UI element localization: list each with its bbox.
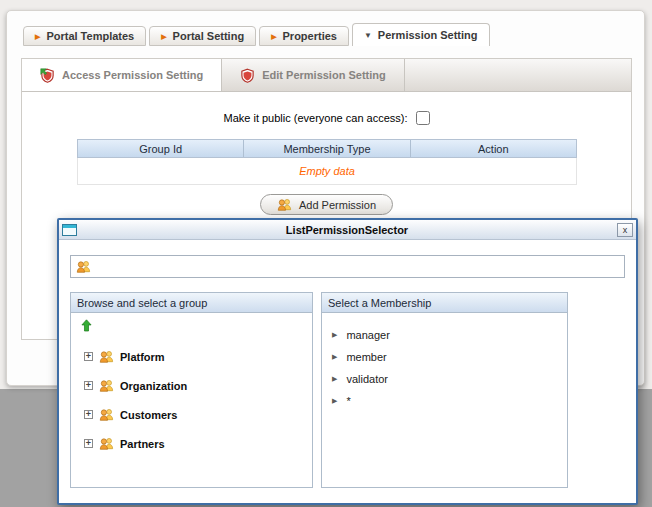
arrow-right-icon: ▶ [161,33,166,40]
permission-table: Group Id Membership Type Action Empty da… [77,139,577,185]
arrow-right-icon: ▶ [271,33,276,40]
group-icon [99,379,114,392]
expand-icon[interactable]: + [84,381,93,390]
membership-item-validator[interactable]: ▶ validator [332,372,567,385]
membership-item-member[interactable]: ▶ member [332,350,567,363]
permission-table-header: Group Id Membership Type Action [77,139,577,158]
expand-glyph: + [86,353,91,360]
group-icon [76,260,91,273]
selector-panels: Browse and select a group + Platform + O… [70,292,625,488]
tab-properties[interactable]: ▶ Properties [259,26,349,46]
column-header-membership-type: Membership Type [244,140,410,157]
group-search-box [70,255,625,278]
empty-data-row: Empty data [77,158,577,185]
membership-item-label: manager [346,329,389,341]
shield-arrow-icon [40,68,55,83]
membership-item-label: validator [346,373,388,385]
tab-bar: ▶ Portal Templates ▶ Portal Setting ▶ Pr… [23,23,490,46]
chevron-down-icon: ▼ [364,32,372,39]
close-button[interactable]: x [617,223,633,237]
subtab-edit-permission-setting[interactable]: Edit Permission Setting [222,59,404,91]
tab-label: Properties [283,30,337,42]
tab-portal-templates[interactable]: ▶ Portal Templates [23,26,146,46]
tab-portal-setting[interactable]: ▶ Portal Setting [149,26,256,46]
tree-item-platform[interactable]: + Platform [84,349,312,364]
membership-item-label: * [346,395,350,407]
expand-glyph: + [86,382,91,389]
expand-icon[interactable]: + [84,410,93,419]
membership-panel: Select a Membership ▶ manager ▶ member ▶… [321,292,568,488]
add-permission-button[interactable]: Add Permission [260,194,393,215]
tree-item-partners[interactable]: + Partners [84,436,312,451]
arrow-right-icon: ▶ [332,375,337,382]
expand-icon[interactable]: + [84,352,93,361]
public-access-label: Make it public (everyone can access): [223,112,407,124]
public-access-checkbox[interactable] [416,111,430,125]
tree-item-customers[interactable]: + Customers [84,407,312,422]
subtab-label: Access Permission Setting [62,69,203,81]
group-icon [277,198,292,211]
expand-icon[interactable]: + [84,439,93,448]
group-icon [99,350,114,363]
tab-label: Portal Templates [46,30,134,42]
dialog-title: ListPermissionSelector [77,224,617,236]
subtab-label: Edit Permission Setting [262,69,385,81]
arrow-right-icon: ▶ [332,353,337,360]
permission-subtab-bar: Access Permission Setting Edit Permissio… [22,59,631,92]
expand-glyph: + [86,440,91,447]
group-icon [99,408,114,421]
expand-glyph: + [86,411,91,418]
tab-label: Permission Setting [378,29,478,41]
arrow-right-icon: ▶ [35,33,40,40]
membership-item-label: member [346,351,386,363]
window-icon [62,224,77,236]
tree-item-label: Platform [120,351,165,363]
dialog-body: Browse and select a group + Platform + O… [59,240,636,498]
membership-list: ▶ manager ▶ member ▶ validator ▶ * [322,313,567,487]
subtab-access-permission-setting[interactable]: Access Permission Setting [22,59,222,91]
group-browse-panel: Browse and select a group + Platform + O… [70,292,313,488]
shield-icon [240,68,255,83]
group-panel-header: Browse and select a group [71,293,312,313]
membership-panel-header: Select a Membership [322,293,567,313]
add-permission-row: Add Permission [22,194,631,215]
tab-permission-setting[interactable]: ▼ Permission Setting [352,23,490,46]
add-permission-label: Add Permission [299,199,376,211]
tree-item-label: Organization [120,380,187,392]
membership-item-manager[interactable]: ▶ manager [332,328,567,341]
tree-item-label: Partners [120,438,165,450]
membership-item-wildcard[interactable]: ▶ * [332,394,567,407]
column-header-action: Action [411,140,576,157]
arrow-right-icon: ▶ [332,397,337,404]
arrow-right-icon: ▶ [332,331,337,338]
tree-item-organization[interactable]: + Organization [84,378,312,393]
group-icon [99,437,114,450]
tab-label: Portal Setting [173,30,245,42]
tree-item-label: Customers [120,409,177,421]
list-permission-selector-dialog: ListPermissionSelector x Browse and sele… [57,218,638,505]
column-header-group-id: Group Id [78,140,244,157]
tree-up-level-button[interactable] [81,319,92,332]
group-search-input[interactable] [98,261,619,273]
group-tree: + Platform + Organization + Customers [71,313,312,487]
dialog-titlebar[interactable]: ListPermissionSelector x [59,220,636,240]
public-access-row: Make it public (everyone can access): [22,111,631,125]
